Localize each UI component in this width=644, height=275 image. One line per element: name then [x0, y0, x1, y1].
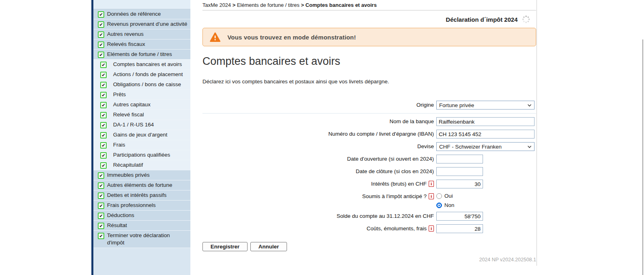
- sidebar: ✔Données de référence✔Revenus provenant …: [93, 0, 190, 275]
- costs-input[interactable]: [436, 224, 483, 233]
- field-label: Devise: [417, 143, 434, 149]
- field-label: Numéro du compte / livret d'épargne (IBA…: [328, 131, 434, 137]
- save-button[interactable]: Enregistrer: [202, 242, 248, 251]
- sidebar-item-label: Relevés fiscaux: [107, 41, 145, 48]
- field-input-cell: CHF - Schweizer Franken: [436, 142, 535, 151]
- field-input-cell: Fortune privée: [436, 101, 535, 110]
- bank-name-input[interactable]: [436, 117, 535, 126]
- field-label: Soumis à l'impôt anticipé ?: [362, 193, 427, 199]
- info-icon[interactable]: i: [429, 193, 434, 199]
- checkbox-checked-icon: ✔: [98, 21, 104, 28]
- content-right-border: [537, 0, 537, 266]
- radio-button-icon[interactable]: [436, 193, 442, 199]
- form-row-iban: Numéro du compte / livret d'épargne (IBA…: [202, 130, 536, 139]
- cancel-button[interactable]: Annuler: [250, 242, 287, 251]
- sidebar-item[interactable]: ✔Résultat: [93, 221, 190, 231]
- sidebar-item[interactable]: ✔Déductions: [93, 211, 190, 221]
- checkbox-checked-icon: ✔: [100, 152, 107, 159]
- scrollbar[interactable]: [642, 39, 643, 275]
- sidebar-item[interactable]: ✔Frais professionnels: [93, 201, 190, 211]
- checkbox-checked-icon: ✔: [98, 203, 104, 209]
- checkbox-checked-icon: ✔: [98, 223, 104, 229]
- breadcrumb-item-root[interactable]: TaxMe 2024: [202, 2, 231, 8]
- interest-input[interactable]: [436, 180, 483, 188]
- checkbox-checked-icon: ✔: [98, 182, 104, 189]
- form-row-currency: DeviseCHF - Schweizer Franken: [202, 142, 536, 151]
- open-date-input[interactable]: [436, 155, 483, 163]
- sidebar-item[interactable]: ✔Eléments de fortune / titres: [93, 50, 190, 60]
- declaration-title: Déclaration d´impôt 2024: [446, 16, 518, 23]
- sidebar-item-label: Autres éléments de fortune: [107, 182, 172, 189]
- form-row-bank-name: Nom de la banque: [202, 117, 536, 126]
- field-label-cell: Origine: [202, 101, 434, 108]
- sidebar-item-label: Données de référence: [107, 10, 161, 18]
- field-label-cell: Date de clôture (si clos en 2024): [202, 167, 434, 174]
- radio-button-icon[interactable]: [436, 203, 442, 208]
- currency-select[interactable]: CHF - Schweizer Franken: [436, 142, 535, 151]
- sidebar-item[interactable]: ✔Immeubles privés: [93, 170, 190, 180]
- breadcrumb-divider: [202, 10, 536, 10]
- sidebar-item[interactable]: ✔Prêts: [93, 90, 190, 100]
- field-label: Coûts, émoluments, frais: [367, 225, 427, 232]
- breadcrumb: TaxMe 2024 > Eléments de fortune / titre…: [202, 0, 536, 8]
- form-row-balance: Solde du compte au 31.12.2024 en CHF: [202, 212, 536, 221]
- sidebar-header-spacer: [93, 0, 190, 9]
- checkbox-checked-icon: ✔: [98, 41, 104, 48]
- sidebar-item[interactable]: ✔Obligations / bons de caisse: [93, 80, 190, 90]
- checkbox-checked-icon: ✔: [100, 92, 107, 98]
- checkbox-checked-icon: ✔: [98, 11, 104, 18]
- info-icon[interactable]: i: [429, 181, 434, 187]
- sidebar-item[interactable]: ✔Autres éléments de fortune: [93, 180, 190, 190]
- field-label-cell: Solde du compte au 31.12.2024 en CHF: [202, 212, 434, 219]
- breadcrumb-item-current: Comptes bancaires et avoirs: [305, 2, 377, 8]
- field-input-cell: [436, 167, 483, 176]
- sidebar-item-label: Récapitulatif: [113, 161, 143, 169]
- form-row-origin: OrigineFortune privée: [202, 101, 536, 110]
- info-icon[interactable]: i: [429, 225, 434, 232]
- balance-input[interactable]: [436, 212, 483, 221]
- origin-select[interactable]: Fortune privée: [436, 101, 535, 110]
- checkbox-checked-icon: ✔: [100, 62, 107, 68]
- field-input-cell: [436, 130, 535, 139]
- sidebar-item-label: Autres capitaux: [113, 101, 151, 108]
- close-date-input[interactable]: [436, 167, 483, 176]
- sidebar-item[interactable]: ✔Relevés fiscaux: [93, 39, 190, 50]
- field-label-cell: Intérêts (bruts) en CHFi: [202, 180, 434, 187]
- sidebar-item[interactable]: ✔Actions / fonds de placement: [93, 70, 190, 80]
- field-label-cell: Soumis à l'impôt anticipé ?i: [202, 192, 434, 199]
- sidebar-item[interactable]: ✔Dettes et intérêts passifs: [93, 190, 190, 201]
- sidebar-item[interactable]: ✔Gains de jeux d'argent: [93, 130, 190, 140]
- field-label-cell: Coûts, émoluments, fraisi: [202, 224, 434, 232]
- radio-oui[interactable]: Oui: [436, 193, 454, 199]
- sidebar-item[interactable]: ✔Terminer votre déclaration d'impôt: [93, 231, 190, 248]
- sidebar-item[interactable]: ✔Relevé fiscal: [93, 110, 190, 120]
- iban-input[interactable]: [436, 130, 535, 139]
- sidebar-item-label: Déductions: [107, 212, 134, 219]
- field-input-cell: [436, 224, 483, 233]
- sidebar-item-label: Immeubles privés: [107, 172, 150, 179]
- field-label: Origine: [416, 102, 434, 108]
- declaration-title-row: Déclaration d´impôt 2024: [202, 14, 536, 24]
- radio-non[interactable]: Non: [436, 202, 454, 208]
- sidebar-item[interactable]: ✔Autres revenus: [93, 29, 190, 39]
- sidebar-item[interactable]: ✔Comptes bancaires et avoirs: [93, 60, 190, 70]
- sidebar-item[interactable]: ✔Autres capitaux: [93, 100, 190, 110]
- sidebar-item[interactable]: ✔Données de référence: [93, 9, 190, 19]
- sidebar-item[interactable]: ✔Participations qualifiées: [93, 150, 190, 160]
- warning-triangle-icon: [210, 32, 221, 42]
- sidebar-item-label: Terminer votre déclaration d'impôt: [107, 232, 188, 246]
- field-input-cell: [436, 212, 483, 221]
- breadcrumb-separator: >: [231, 2, 237, 8]
- sidebar-item[interactable]: ✔Revenus provenant d'une activité: [93, 19, 190, 29]
- sidebar-item-label: Eléments de fortune / titres: [107, 51, 172, 58]
- breadcrumb-item-section[interactable]: Eléments de fortune / titres: [237, 2, 299, 8]
- sidebar-item[interactable]: ✔Récapitulatif: [93, 160, 190, 170]
- field-label-cell: Date d'ouverture (si ouvert en 2024): [202, 155, 434, 162]
- field-label-cell: Numéro du compte / livret d'épargne (IBA…: [202, 130, 434, 137]
- demo-mode-warning-banner: Vous vous trouvez en mode démonstration!: [202, 28, 536, 46]
- loading-spinner-icon: [522, 15, 530, 24]
- sidebar-item[interactable]: ✔DA-1 / R-US 164: [93, 120, 190, 130]
- sidebar-item[interactable]: ✔Frais: [93, 140, 190, 150]
- field-label: Date de clôture (si clos en 2024): [356, 168, 434, 174]
- checkbox-checked-icon: ✔: [100, 72, 107, 78]
